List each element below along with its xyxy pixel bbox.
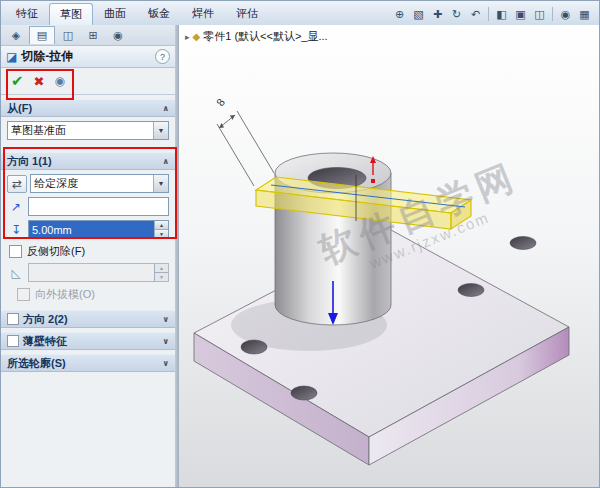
draft-outward-checkbox xyxy=(17,288,30,301)
section-thin-feature-header[interactable]: 薄壁特征 ∨ xyxy=(1,332,175,350)
depth-icon: ↧ xyxy=(7,222,25,238)
section-selected-contours-header[interactable]: 所选轮廓(S) ∨ xyxy=(1,354,175,372)
model-view[interactable]: 8 xyxy=(179,25,599,487)
dimension-8[interactable] xyxy=(217,111,274,186)
draft-angle-value xyxy=(29,264,154,281)
section-from-header[interactable]: 从(F) ∧ xyxy=(1,99,175,117)
expander-icon[interactable]: ▸ xyxy=(185,32,190,42)
section-view-icon[interactable]: ◧ xyxy=(493,6,510,22)
hide-show-items-icon[interactable]: ◉ xyxy=(557,6,574,22)
confirm-button[interactable]: ✔ xyxy=(11,72,24,90)
feature-tree-root[interactable]: ▸ ◆ 零件1 (默认<<默认>_显... xyxy=(185,29,328,44)
tab-features[interactable]: 特征 xyxy=(5,2,49,25)
part-name[interactable]: 零件1 (默认<<默认>_显... xyxy=(203,29,327,44)
dropdown-arrow-icon: ▼ xyxy=(153,175,168,192)
section-selected-contours-label: 所选轮廓(S) xyxy=(7,356,159,371)
spin-up-icon: ▲ xyxy=(155,264,168,272)
display-manager-tab-icon[interactable]: ◉ xyxy=(106,27,130,44)
direction-reference-selection-box[interactable] xyxy=(28,197,169,216)
detailed-preview-button[interactable]: ◉ xyxy=(54,74,64,88)
graphics-area[interactable]: 8 软件自学网 www.rjzxw.com ▸ ◆ 零件1 (默认<<默认>_显… xyxy=(179,25,599,487)
reverse-direction-button[interactable]: ⇄ xyxy=(7,175,27,193)
help-icon[interactable]: ? xyxy=(155,49,170,64)
solidworks-window: 特征 草图 曲面 钣金 焊件 评估 ⊕ ▧ ✚ ↻ ↶ ◧ ▣ ◫ ◉ ▦ ◈ xyxy=(0,0,600,488)
sketch-point[interactable] xyxy=(371,179,375,183)
toolbar-separator xyxy=(488,7,489,21)
spin-down-icon: ▼ xyxy=(155,272,168,281)
section-direction2-header[interactable]: 方向 2(2) ∨ xyxy=(1,310,175,328)
property-manager-panel: ◈ ▤ ◫ ⊞ ◉ ◪ 切除-拉伸 ? ✔ ✖ ◉ 从(F) ∧ xyxy=(1,25,175,487)
manager-tab-strip: ◈ ▤ ◫ ⊞ ◉ xyxy=(1,25,175,46)
tab-sheet-metal[interactable]: 钣金 xyxy=(137,2,181,25)
ribbon-tabs: 特征 草图 曲面 钣金 焊件 评估 xyxy=(1,2,269,25)
end-condition-value: 给定深度 xyxy=(31,176,153,191)
thin-feature-checkbox[interactable] xyxy=(7,335,19,347)
flip-side-label: 反侧切除(F) xyxy=(27,244,85,259)
section-thin-feature-label: 薄壁特征 xyxy=(23,334,159,349)
chevron-up-icon: ∧ xyxy=(163,157,170,166)
draft-spinner: ▲ ▼ xyxy=(154,264,168,281)
view-toolbar: ⊕ ▧ ✚ ↻ ↶ ◧ ▣ ◫ ◉ ▦ xyxy=(391,6,599,25)
spin-down-icon[interactable]: ▼ xyxy=(155,229,168,238)
chevron-down-icon: ∨ xyxy=(163,359,170,368)
display-style-icon[interactable]: ◫ xyxy=(531,6,548,22)
chevron-up-icon: ∧ xyxy=(163,104,170,113)
dimension-8-text[interactable]: 8 xyxy=(214,96,227,108)
previous-view-icon[interactable]: ↶ xyxy=(467,6,484,22)
depth-value: 5.00mm xyxy=(29,221,154,238)
draft-outward-label: 向外拔模(O) xyxy=(35,287,95,302)
view-orientation-icon[interactable]: ▣ xyxy=(512,6,529,22)
property-manager-tab-icon[interactable]: ▤ xyxy=(29,26,55,44)
zoom-fit-icon[interactable]: ⊕ xyxy=(391,6,408,22)
tab-evaluate[interactable]: 评估 xyxy=(225,2,269,25)
feature-manager-tab-icon[interactable]: ◈ xyxy=(4,27,28,44)
toolbar-separator xyxy=(552,7,553,21)
configuration-manager-tab-icon[interactable]: ◫ xyxy=(56,27,80,44)
draft-icon: ◺ xyxy=(7,265,25,281)
section-from-label: 从(F) xyxy=(7,101,159,116)
feature-title-bar: ◪ 切除-拉伸 ? xyxy=(1,46,175,68)
tab-weldments[interactable]: 焊件 xyxy=(181,2,225,25)
section-direction2-label: 方向 2(2) xyxy=(23,312,159,327)
pan-icon[interactable]: ✚ xyxy=(429,6,446,22)
draft-angle-input: ▲ ▼ xyxy=(28,263,169,282)
spin-up-icon[interactable]: ▲ xyxy=(155,221,168,229)
direction-reference-icon: ↗ xyxy=(7,199,25,215)
end-condition-dropdown[interactable]: 给定深度 ▼ xyxy=(30,174,169,193)
section-direction1-label: 方向 1(1) xyxy=(7,154,159,169)
start-condition-value: 草图基准面 xyxy=(8,123,153,138)
tab-sketch[interactable]: 草图 xyxy=(49,3,93,25)
part-icon: ◆ xyxy=(193,31,201,42)
dimxpert-manager-tab-icon[interactable]: ⊞ xyxy=(81,27,105,44)
direction2-checkbox[interactable] xyxy=(7,313,19,325)
apply-scene-icon[interactable]: ▦ xyxy=(576,6,593,22)
flip-side-checkbox[interactable] xyxy=(9,245,22,258)
cut-extrude-icon: ◪ xyxy=(6,50,17,64)
depth-input[interactable]: 5.00mm ▲ ▼ xyxy=(28,220,169,239)
section-direction1-header[interactable]: 方向 1(1) ∧ xyxy=(1,152,175,170)
chevron-down-icon: ∨ xyxy=(163,337,170,346)
depth-spinner[interactable]: ▲ ▼ xyxy=(154,221,168,238)
ribbon-bar: 特征 草图 曲面 钣金 焊件 评估 ⊕ ▧ ✚ ↻ ↶ ◧ ▣ ◫ ◉ ▦ xyxy=(1,1,599,26)
dropdown-arrow-icon: ▼ xyxy=(153,122,168,139)
chevron-down-icon: ∨ xyxy=(163,315,170,324)
pm-buttons-row: ✔ ✖ ◉ xyxy=(1,68,175,95)
rotate-view-icon[interactable]: ↻ xyxy=(448,6,465,22)
start-condition-dropdown[interactable]: 草图基准面 ▼ xyxy=(7,121,169,140)
tab-surfaces[interactable]: 曲面 xyxy=(93,2,137,25)
feature-title: 切除-拉伸 xyxy=(21,48,151,65)
zoom-area-icon[interactable]: ▧ xyxy=(410,6,427,22)
cancel-button[interactable]: ✖ xyxy=(34,74,45,89)
